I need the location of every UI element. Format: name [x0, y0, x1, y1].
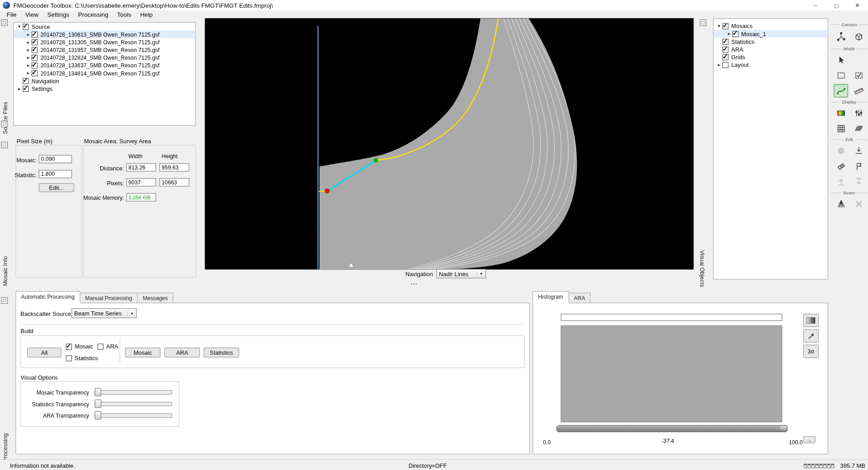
statistics-transparency-slider[interactable]	[94, 399, 172, 408]
expander-icon[interactable]	[25, 32, 32, 37]
dock-icon[interactable]	[700, 19, 707, 26]
eraser-icon[interactable]	[834, 160, 848, 173]
build-mosaic-button[interactable]: Mosaic	[125, 348, 160, 357]
select-cursor-icon[interactable]	[834, 53, 848, 66]
build-statistics-checkbox[interactable]	[66, 355, 72, 361]
navigation-checkbox[interactable]	[23, 78, 28, 84]
expander-icon[interactable]	[25, 62, 32, 68]
file-checkbox[interactable]	[32, 31, 38, 37]
ara-transparency-slider[interactable]	[94, 411, 172, 420]
pixels-height-field[interactable]: 10663	[160, 178, 189, 186]
shift-down-icon[interactable]	[851, 175, 866, 188]
edit-pixel-size-button[interactable]: Edit...	[39, 183, 74, 192]
histogram-sigma-button[interactable]: 3σ	[803, 345, 819, 358]
minimize-button[interactable]	[805, 0, 826, 10]
menu-processing[interactable]: Processing	[74, 10, 113, 19]
settings-checkbox[interactable]	[23, 85, 28, 91]
dock-tab-visual-objects[interactable]: Visual Objects	[699, 250, 706, 287]
build-ara-checkbox[interactable]	[98, 343, 104, 349]
menu-tools[interactable]: Tools	[113, 10, 136, 19]
tree-row-navigation[interactable]: Navigation	[14, 77, 196, 85]
file-checkbox[interactable]	[32, 47, 38, 52]
mosaic-transparency-slider[interactable]	[94, 387, 172, 396]
camera-box-icon[interactable]	[851, 30, 866, 43]
histogram-colormap-button[interactable]	[803, 314, 819, 327]
tab-messages[interactable]: Messages	[138, 293, 174, 303]
slider-handle[interactable]	[780, 426, 787, 430]
build-ara-button[interactable]: ARA	[165, 348, 200, 357]
camera-orbit-icon[interactable]	[834, 30, 848, 43]
splitter-handle[interactable]: •••	[411, 281, 418, 287]
tree-row-file[interactable]: 20140728_130613_SMB Owen_Reson 7125.gsf	[14, 30, 196, 38]
file-checkbox[interactable]	[32, 39, 38, 45]
expander-icon[interactable]	[25, 47, 32, 52]
menu-settings[interactable]: Settings	[43, 10, 74, 19]
source-checkbox[interactable]	[23, 24, 28, 29]
tab-automatic-processing[interactable]: Automatic Processing	[15, 291, 80, 303]
file-checkbox[interactable]	[32, 70, 38, 76]
segment-start-point[interactable]	[374, 158, 378, 163]
tree-row-file[interactable]: 20140728_133637_SMB Owen_Reson 7125.gsf	[14, 61, 196, 69]
map-viewport[interactable]	[205, 18, 693, 269]
build-mosaic-checkbox[interactable]	[66, 343, 72, 349]
tree-row-layout[interactable]: Layout	[713, 61, 827, 69]
segment-end-point[interactable]	[325, 188, 330, 193]
delete-beam-icon[interactable]	[851, 197, 866, 210]
statistics-checkbox-row[interactable]: Statistics	[66, 355, 98, 362]
ara-checkbox-row[interactable]: ARA	[98, 343, 118, 350]
marquee-accept-icon[interactable]	[851, 69, 866, 82]
grid-icon[interactable]	[834, 122, 848, 135]
tree-row-grids[interactable]: Grids	[713, 53, 827, 61]
colormap-icon[interactable]	[834, 106, 848, 119]
tree-row-mosaic-1[interactable]: Mosaic_1	[713, 30, 827, 38]
menu-view[interactable]: View	[21, 10, 43, 19]
marquee-select-icon[interactable]	[834, 69, 848, 82]
tab-ara[interactable]: ARA	[569, 293, 590, 303]
close-button[interactable]	[847, 0, 868, 10]
distance-width-field[interactable]: 813.26	[126, 163, 156, 171]
mosaic-checkbox-row[interactable]: Mosaic	[66, 343, 93, 350]
build-all-button[interactable]: All	[27, 348, 61, 357]
tree-row-file[interactable]: 20140728_132824_SMB Owen_Reson 7125.gsf	[14, 54, 196, 61]
dock-icon[interactable]	[1, 121, 8, 127]
commit-down-icon[interactable]	[851, 144, 866, 157]
shift-up-icon[interactable]	[834, 175, 848, 188]
edit-navigation-tool-icon[interactable]	[834, 84, 848, 97]
dock-icon[interactable]	[1, 19, 8, 26]
statistics-checkbox[interactable]	[722, 38, 728, 44]
tree-row-settings[interactable]: Settings	[14, 85, 196, 92]
distance-height-field[interactable]: 959.63	[160, 163, 189, 171]
histogram-range-slider[interactable]	[557, 425, 788, 432]
mosaics-checkbox[interactable]	[722, 23, 728, 29]
expander-icon[interactable]	[25, 55, 32, 60]
dock-tab-source-files[interactable]: Source Files	[2, 102, 9, 134]
tab-histogram[interactable]: Histogram	[533, 291, 569, 303]
expander-icon[interactable]	[16, 24, 23, 29]
histogram-picker-button[interactable]	[803, 329, 819, 343]
dock-icon[interactable]	[1, 297, 8, 304]
dock-tab-processing[interactable]: Processing	[2, 433, 9, 462]
ara-checkbox[interactable]	[722, 46, 728, 52]
expander-icon[interactable]	[25, 39, 32, 45]
tree-row-source[interactable]: Source	[14, 23, 196, 30]
tree-row-file[interactable]: 20140728_131305_SMB Owen_Reson 7125.gsf	[14, 38, 196, 46]
menu-file[interactable]: File	[2, 10, 21, 19]
backscatter-source-combo[interactable]: Beam Time Series	[71, 308, 137, 318]
mosaic-1-checkbox[interactable]	[732, 31, 738, 37]
tree-row-ara[interactable]: ARA	[713, 45, 827, 53]
histogram-more-button[interactable]: ...	[803, 436, 816, 443]
file-checkbox[interactable]	[32, 62, 38, 68]
flag-icon[interactable]	[851, 160, 866, 173]
menu-help[interactable]: Help	[136, 10, 157, 19]
grids-checkbox[interactable]	[722, 54, 728, 60]
tree-row-file[interactable]: 20140728_131957_SMB Owen_Reson 7125.gsf	[14, 46, 196, 54]
histogram-range-input[interactable]	[561, 314, 782, 321]
tree-row-mosaics[interactable]: Mosaics	[713, 22, 827, 30]
tab-manual-processing[interactable]: Manual Processing	[80, 293, 137, 303]
build-statistics-button[interactable]: Statistics	[204, 348, 239, 357]
navigation-combo[interactable]: Nadir Lines	[436, 269, 486, 278]
tree-row-file[interactable]: 20140728_134614_SMB Owen_Reson 7125.gsf	[14, 69, 196, 77]
dock-tab-mosaic-info[interactable]: Mosaic Info	[2, 256, 9, 286]
pixels-width-field[interactable]: 9037	[126, 178, 156, 186]
dock-icon[interactable]	[1, 141, 8, 148]
